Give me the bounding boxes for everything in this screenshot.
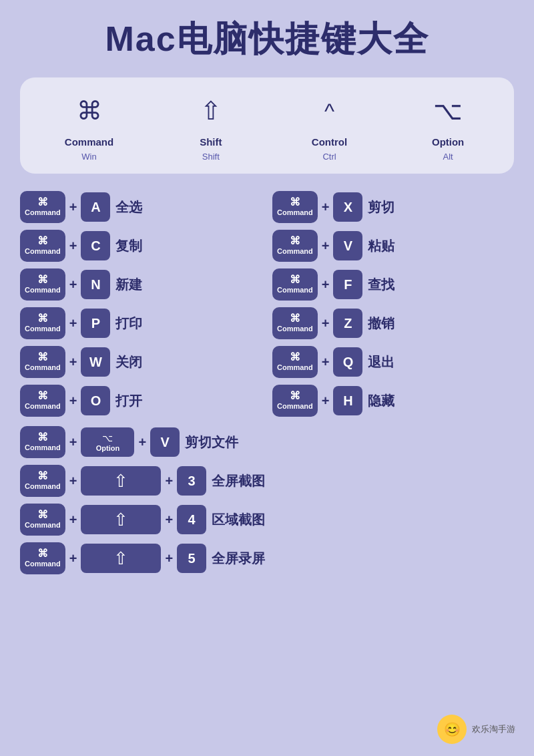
command-label: Command <box>277 286 313 295</box>
action-label: 打印 <box>115 315 142 333</box>
command-label: Command <box>277 247 313 256</box>
key-letter: F <box>333 270 362 299</box>
command-key: ⌘ Command <box>272 191 318 223</box>
command-icon: ⌘ <box>37 510 48 520</box>
legend-box: ⌘ Command Win ⇧ Shift Shift ^ Control Ct… <box>20 77 514 174</box>
shortcut-row: ⌘ Command + F 查找 <box>272 268 514 301</box>
key-letter: V <box>150 427 180 457</box>
plus-sign: + <box>165 551 173 566</box>
shortcut-row: ⌘ Command + P 打印 <box>20 307 262 339</box>
command-icon: ⌘ <box>290 313 300 324</box>
command-label: Command <box>277 325 313 333</box>
shortcuts-wide-container: ⌘ Command + ⌥ Option + V 剪切文件 ⌘ Command … <box>20 426 514 574</box>
shortcut-row: ⌘ Command + X 剪切 <box>272 191 514 223</box>
shift-key: ⇧ <box>81 466 161 496</box>
shortcut-row: ⌘ Command + Q 退出 <box>272 346 514 378</box>
shortcut-wide-row: ⌘ Command + ⇧ + 3 全屏截图 <box>20 465 514 497</box>
key-letter: 4 <box>177 505 206 534</box>
command-icon: ⌘ <box>290 391 300 401</box>
shortcuts-grid: ⌘ Command + A 全选 ⌘ Command + X 剪切 ⌘ Comm… <box>20 191 514 417</box>
key-letter: Q <box>333 347 362 377</box>
plus-sign: + <box>69 200 77 215</box>
command-label: Command <box>25 443 61 452</box>
legend-label-sub: Ctrl <box>322 152 336 162</box>
plus-sign: + <box>69 316 77 331</box>
key-letter: A <box>81 192 110 222</box>
action-label: 打开 <box>115 392 142 410</box>
action-label: 剪切文件 <box>185 433 238 451</box>
command-icon: ⌘ <box>37 471 48 482</box>
command-label: Command <box>25 363 61 372</box>
action-label: 全屏录屏 <box>212 550 265 568</box>
plus-sign: + <box>165 474 173 489</box>
legend-label-sub: Alt <box>443 152 453 162</box>
legend-label-main: Option <box>432 136 464 148</box>
command-key: ⌘ Command <box>20 542 65 574</box>
key-letter: H <box>333 386 362 415</box>
key-letter: P <box>81 309 110 338</box>
legend-label-main: Command <box>65 136 113 148</box>
command-icon: ⌘ <box>37 274 48 285</box>
action-label: 查找 <box>368 276 394 294</box>
command-icon: ⌘ <box>290 197 300 208</box>
command-key: ⌘ Command <box>20 504 65 536</box>
command-key: ⌘ Command <box>20 465 65 497</box>
command-icon: ⌘ <box>37 432 48 443</box>
command-label: Command <box>25 325 61 333</box>
command-key: ⌘ Command <box>20 230 65 262</box>
command-label: Command <box>25 247 61 256</box>
action-label: 全选 <box>115 198 142 216</box>
action-label: 关闭 <box>115 353 142 371</box>
command-label: Command <box>25 521 61 530</box>
command-icon: ⌘ <box>290 274 300 285</box>
command-key: ⌘ Command <box>20 346 65 378</box>
plus-sign: + <box>69 435 77 450</box>
command-icon: ⌘ <box>37 352 48 363</box>
command-key: ⌘ Command <box>20 191 65 223</box>
legend-item: ⌥ Option Alt <box>427 89 469 162</box>
shortcut-row: ⌘ Command + A 全选 <box>20 191 262 223</box>
command-key: ⌘ Command <box>20 268 65 301</box>
shortcut-wide-row: ⌘ Command + ⌥ Option + V 剪切文件 <box>20 426 514 458</box>
shortcut-row: ⌘ Command + O 打开 <box>20 385 262 417</box>
action-label: 全屏截图 <box>212 472 265 490</box>
shortcut-wide-row: ⌘ Command + ⇧ + 4 区域截图 <box>20 504 514 536</box>
shift-key: ⇧ <box>81 544 161 573</box>
command-key: ⌘ Command <box>272 385 318 417</box>
legend-label-sub: Shift <box>202 152 220 162</box>
action-label: 剪切 <box>368 198 394 216</box>
command-label: Command <box>277 363 313 372</box>
plus-sign: + <box>165 512 173 528</box>
command-key: ⌘ Command <box>20 426 65 458</box>
plus-sign: + <box>322 316 330 331</box>
option-icon: ⌥ <box>102 433 113 443</box>
shortcut-row: ⌘ Command + H 隐藏 <box>272 385 514 417</box>
key-letter: N <box>81 270 110 299</box>
shortcut-wide-row: ⌘ Command + ⇧ + 5 全屏录屏 <box>20 542 514 574</box>
command-icon: ⌘ <box>37 548 48 559</box>
key-letter: W <box>81 347 110 377</box>
plus-sign: + <box>322 200 330 215</box>
page: Mac电脑快捷键大全 ⌘ Command Win ⇧ Shift Shift ^… <box>0 0 534 756</box>
watermark-text: 欢乐淘手游 <box>472 723 515 735</box>
command-label: Command <box>25 402 61 411</box>
command-key: ⌘ Command <box>272 307 318 339</box>
shortcut-row: ⌘ Command + C 复制 <box>20 230 262 262</box>
command-key: ⌘ Command <box>20 385 65 417</box>
key-letter: X <box>333 192 362 222</box>
plus-sign: + <box>322 355 330 370</box>
plus-sign: + <box>69 512 77 528</box>
command-key: ⌘ Command <box>272 230 318 262</box>
plus-sign: + <box>322 238 330 254</box>
key-letter: 3 <box>177 466 206 496</box>
watermark-icon: 😊 <box>437 715 467 744</box>
plus-sign: + <box>69 238 77 254</box>
legend-item: ⌘ Command Win <box>65 89 113 162</box>
key-letter: 5 <box>177 544 206 573</box>
action-label: 新建 <box>115 276 142 294</box>
command-key: ⌘ Command <box>272 346 318 378</box>
command-label: Command <box>25 560 61 568</box>
key-letter: V <box>333 231 362 260</box>
plus-sign: + <box>69 474 77 489</box>
command-icon: ⌘ <box>290 236 300 246</box>
